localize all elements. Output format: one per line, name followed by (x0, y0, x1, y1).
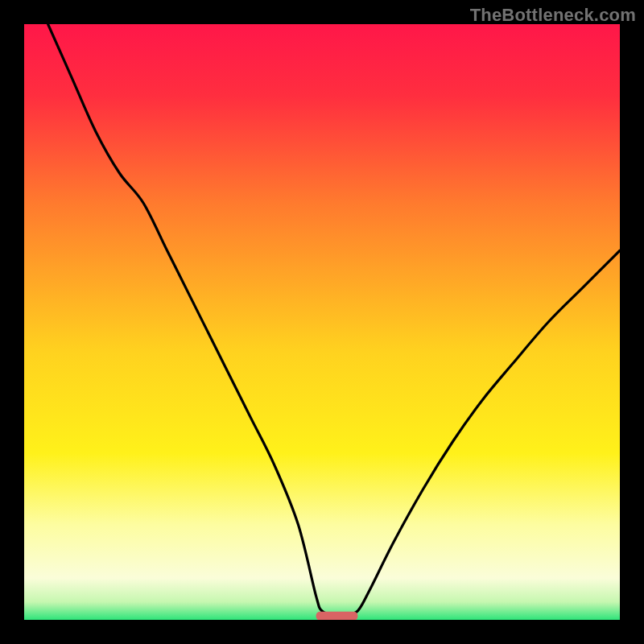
bottleneck-chart (0, 0, 644, 644)
chart-container: TheBottleneck.com (0, 0, 644, 644)
gradient-background (24, 24, 620, 620)
optimal-marker (316, 612, 358, 621)
watermark-text: TheBottleneck.com (470, 5, 636, 26)
